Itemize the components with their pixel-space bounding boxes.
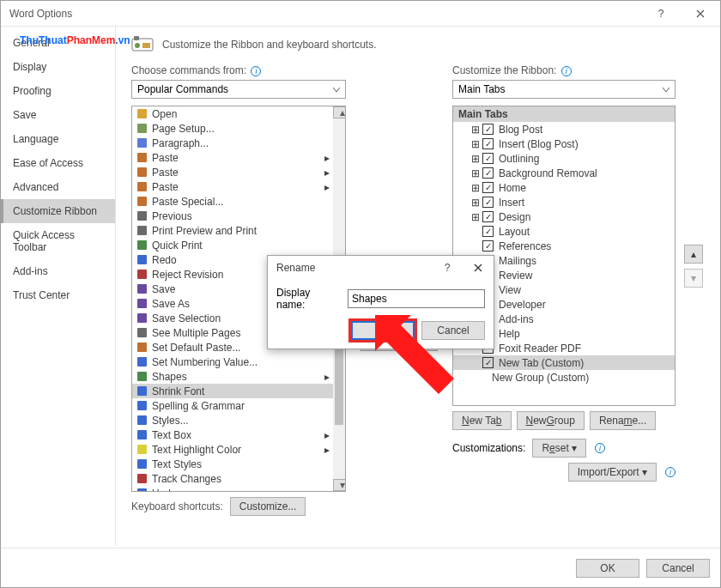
svg-rect-20 bbox=[137, 342, 147, 352]
expand-icon[interactable]: ⊞ bbox=[471, 167, 480, 179]
sidebar-item-add-ins[interactable]: Add-ins bbox=[1, 259, 115, 283]
window-cancel-button[interactable]: Cancel bbox=[646, 559, 710, 578]
info-icon[interactable]: i bbox=[561, 66, 572, 76]
new-group-button[interactable]: New Group bbox=[517, 411, 585, 430]
window-ok-button[interactable]: OK bbox=[576, 559, 639, 578]
command-item[interactable]: Previous bbox=[132, 209, 333, 223]
svg-rect-3 bbox=[142, 43, 150, 48]
tree-item[interactable]: ⊞✓Design bbox=[453, 209, 675, 224]
sidebar-item-general[interactable]: General bbox=[1, 31, 115, 55]
command-item[interactable]: Print Preview and Print bbox=[132, 223, 333, 238]
checkbox[interactable]: ✓ bbox=[482, 167, 494, 179]
move-up-button[interactable]: ▴ bbox=[684, 245, 703, 264]
checkbox[interactable]: ✓ bbox=[482, 153, 494, 164]
command-item[interactable]: Track Changes bbox=[132, 471, 333, 486]
command-icon bbox=[136, 429, 148, 441]
tree-item[interactable]: ⊞✓Background Removal bbox=[453, 166, 675, 180]
command-item[interactable]: Text Styles bbox=[132, 457, 333, 471]
display-name-input[interactable] bbox=[348, 289, 485, 308]
sidebar-item-language[interactable]: Language bbox=[1, 127, 115, 151]
command-item[interactable]: Paste▸ bbox=[132, 150, 333, 165]
command-item[interactable]: Text Highlight Color▸ bbox=[132, 442, 333, 457]
sidebar-item-ease-of-access[interactable]: Ease of Access bbox=[1, 151, 115, 175]
sidebar-item-customize-ribbon[interactable]: Customize Ribbon bbox=[1, 199, 115, 223]
sidebar-item-quick-access-toolbar[interactable]: Quick Access Toolbar bbox=[1, 223, 115, 259]
sidebar-item-proofing[interactable]: Proofing bbox=[1, 79, 115, 103]
command-item[interactable]: Text Box▸ bbox=[132, 427, 333, 442]
rename-button[interactable]: Rename... bbox=[590, 411, 656, 430]
sidebar-item-advanced[interactable]: Advanced bbox=[1, 175, 115, 199]
checkbox[interactable]: ✓ bbox=[482, 182, 494, 193]
command-label: Open bbox=[152, 108, 177, 120]
info-icon[interactable]: i bbox=[251, 66, 261, 76]
tree-item[interactable]: ⊞✓Outlining bbox=[453, 151, 675, 166]
scroll-up-icon[interactable]: ▴ bbox=[333, 106, 346, 118]
dialog-ok-button[interactable]: OK bbox=[351, 321, 415, 340]
tree-item[interactable]: ⊞✓Insert (Blog Post) bbox=[453, 136, 675, 151]
command-label: Page Setup... bbox=[152, 123, 215, 135]
choose-commands-combo[interactable]: Popular Commands bbox=[131, 80, 346, 99]
command-item[interactable]: Paste▸ bbox=[132, 179, 333, 194]
dialog-cancel-button[interactable]: Cancel bbox=[421, 321, 485, 340]
expand-icon[interactable]: ⊞ bbox=[471, 124, 480, 136]
import-export-button[interactable]: Import/Export ▾ bbox=[568, 463, 657, 482]
command-item[interactable]: Undo▸ bbox=[132, 486, 333, 492]
sidebar-item-save[interactable]: Save bbox=[1, 103, 115, 127]
checkbox[interactable]: ✓ bbox=[482, 357, 494, 368]
command-item[interactable]: Open bbox=[132, 106, 333, 121]
svg-point-2 bbox=[135, 43, 140, 48]
command-item[interactable]: Paragraph... bbox=[132, 136, 333, 150]
move-down-button[interactable]: ▾ bbox=[684, 269, 703, 288]
expand-icon[interactable]: ⊞ bbox=[471, 153, 480, 165]
sidebar-item-display[interactable]: Display bbox=[1, 55, 115, 79]
scroll-down-icon[interactable]: ▾ bbox=[333, 479, 346, 491]
tree-item[interactable]: ⊞✓Blog Post bbox=[453, 122, 675, 136]
sidebar-item-trust-center[interactable]: Trust Center bbox=[1, 283, 115, 307]
dialog-help-button[interactable]: ? bbox=[432, 256, 463, 280]
command-item[interactable]: Paste Special... bbox=[132, 194, 333, 209]
checkbox[interactable]: ✓ bbox=[482, 226, 494, 237]
tree-item[interactable]: ⊞✓Home bbox=[453, 180, 675, 195]
tree-item-child[interactable]: New Group (Custom) bbox=[453, 370, 675, 385]
close-icon bbox=[474, 264, 482, 272]
close-button[interactable] bbox=[681, 1, 720, 27]
tree-item[interactable]: ⊞✓Insert bbox=[453, 195, 675, 209]
new-tab-button[interactable]: New Tab bbox=[452, 411, 512, 430]
info-icon[interactable]: i bbox=[595, 443, 605, 453]
titlebar: Word Options ? bbox=[1, 1, 720, 27]
checkbox[interactable]: ✓ bbox=[482, 197, 494, 208]
command-item[interactable]: Page Setup... bbox=[132, 121, 333, 136]
svg-rect-14 bbox=[137, 255, 147, 264]
command-icon bbox=[136, 225, 148, 237]
tree-item[interactable]: ✓New Tab (Custom) bbox=[453, 355, 675, 370]
command-icon bbox=[136, 356, 148, 368]
customize-ribbon-combo[interactable]: Main Tabs bbox=[452, 80, 676, 99]
submenu-arrow-icon: ▸ bbox=[324, 488, 330, 493]
expand-icon[interactable]: ⊞ bbox=[471, 182, 480, 194]
command-item[interactable]: Shrink Font bbox=[132, 384, 333, 398]
command-item[interactable]: Paste▸ bbox=[132, 165, 333, 179]
expand-icon[interactable]: ⊞ bbox=[471, 211, 480, 223]
info-icon[interactable]: i bbox=[665, 467, 676, 477]
svg-rect-15 bbox=[137, 270, 147, 279]
reset-button[interactable]: Reset ▾ bbox=[532, 439, 586, 458]
command-item[interactable]: Set Numbering Value... bbox=[132, 355, 333, 369]
command-item[interactable]: Spelling & Grammar bbox=[132, 398, 333, 413]
checkbox[interactable]: ✓ bbox=[482, 240, 494, 252]
tree-label: Layout bbox=[499, 226, 530, 238]
tree-item[interactable]: ✓Layout bbox=[453, 224, 675, 239]
expand-icon[interactable]: ⊞ bbox=[471, 138, 480, 150]
dialog-close-button[interactable] bbox=[463, 256, 494, 280]
command-item[interactable]: Shapes▸ bbox=[132, 369, 333, 384]
checkbox[interactable]: ✓ bbox=[482, 211, 494, 222]
help-button[interactable]: ? bbox=[641, 1, 681, 27]
command-item[interactable]: Quick Print bbox=[132, 238, 333, 252]
command-item[interactable]: Styles... bbox=[132, 413, 333, 427]
checkbox[interactable]: ✓ bbox=[482, 124, 494, 135]
expand-icon[interactable]: ⊞ bbox=[471, 197, 480, 209]
tree-item[interactable]: ✓References bbox=[453, 239, 675, 253]
svg-rect-8 bbox=[137, 167, 147, 177]
submenu-arrow-icon: ▸ bbox=[324, 167, 330, 179]
checkbox[interactable]: ✓ bbox=[482, 138, 494, 149]
customize-keyboard-button[interactable]: Customize... bbox=[230, 497, 306, 516]
